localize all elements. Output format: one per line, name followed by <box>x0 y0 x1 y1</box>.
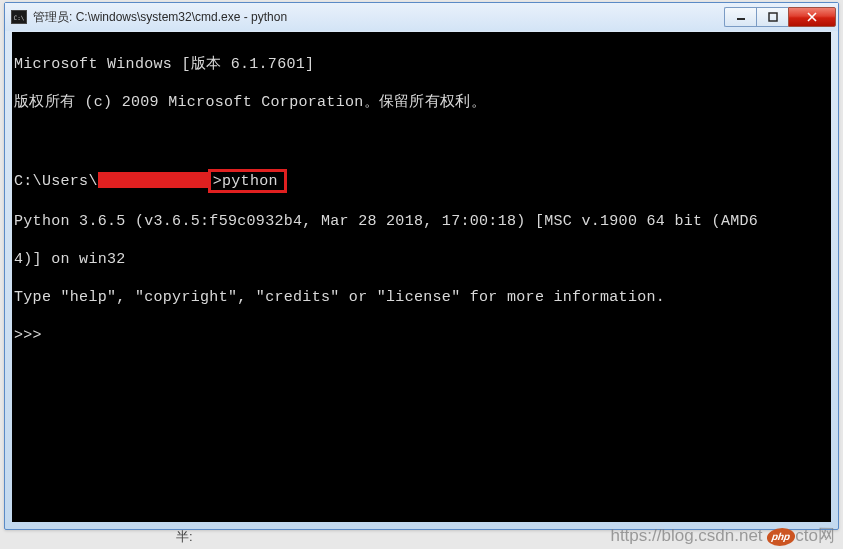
svg-rect-1 <box>769 13 777 21</box>
minimize-icon <box>736 12 746 22</box>
caption-text: 半: <box>176 528 193 546</box>
maximize-icon <box>768 12 778 22</box>
minimize-button[interactable] <box>724 7 756 27</box>
watermark-logo: php <box>766 528 797 546</box>
prompt-prefix: C:\Users\ <box>14 173 98 190</box>
prompt-line: C:\Users\>python <box>14 169 829 193</box>
close-icon <box>807 12 817 22</box>
window-controls <box>724 7 836 27</box>
terminal-area[interactable]: Microsoft Windows [版本 6.1.7601] 版权所有 (c)… <box>12 32 831 522</box>
cmd-window: 管理员: C:\windows\system32\cmd.exe - pytho… <box>4 2 839 530</box>
window-title: 管理员: C:\windows\system32\cmd.exe - pytho… <box>33 9 724 26</box>
svg-rect-0 <box>737 18 745 20</box>
watermark-url: https://blog.csdn.net <box>610 526 762 545</box>
highlighted-command: >python <box>208 169 287 193</box>
output-line: 4)] on win32 <box>14 250 829 269</box>
output-line: 版权所有 (c) 2009 Microsoft Corporation。保留所有… <box>14 93 829 112</box>
output-line: Python 3.6.5 (v3.6.5:f59c0932b4, Mar 28 … <box>14 212 829 231</box>
output-line: Type "help", "copyright", "credits" or "… <box>14 288 829 307</box>
close-button[interactable] <box>788 7 836 27</box>
blank-line <box>14 131 829 150</box>
output-line: Microsoft Windows [版本 6.1.7601] <box>14 55 829 74</box>
repl-prompt: >>> <box>14 326 829 345</box>
cmd-icon <box>11 10 27 24</box>
title-bar[interactable]: 管理员: C:\windows\system32\cmd.exe - pytho… <box>5 3 838 31</box>
watermark: https://blog.csdn.net phpcto网 <box>610 524 835 547</box>
redacted-username <box>98 172 208 188</box>
watermark-suffix: cto网 <box>795 526 835 545</box>
maximize-button[interactable] <box>756 7 788 27</box>
